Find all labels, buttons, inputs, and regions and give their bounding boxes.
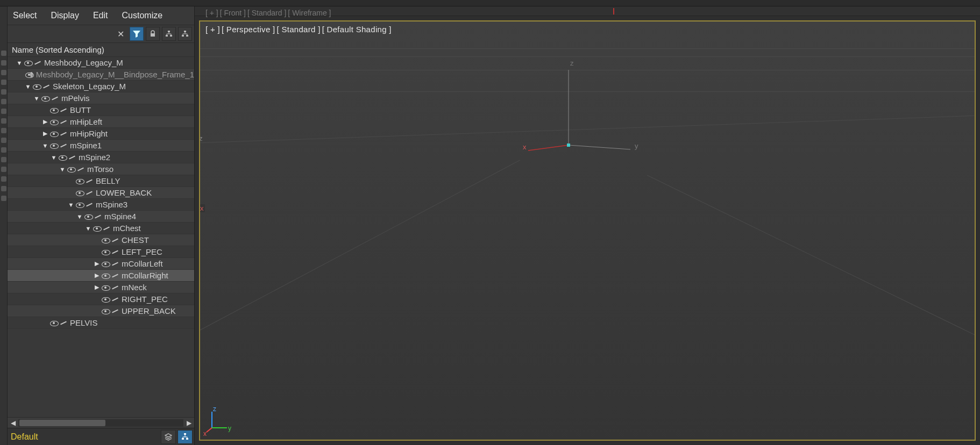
bone-icon xyxy=(59,106,68,114)
expand-chevron-icon[interactable]: ▶ xyxy=(42,130,48,137)
expand-chevron-icon[interactable]: ▶ xyxy=(94,284,100,291)
visibility-eye-icon[interactable] xyxy=(101,260,110,268)
viewport-render-label: [ Standard ] xyxy=(247,9,286,17)
tree-row-label: mHipRight xyxy=(70,129,108,138)
visibility-eye-icon[interactable] xyxy=(101,272,110,279)
tree-row[interactable]: ▶mHipLeft xyxy=(8,116,194,128)
tree-row[interactable]: ▶mCollarRight xyxy=(8,270,194,282)
tree-row[interactable]: RIGHT_PEC xyxy=(8,293,194,305)
tree-row[interactable]: ▼mChest xyxy=(8,223,194,234)
visibility-eye-icon[interactable] xyxy=(23,59,33,67)
expand-chevron-icon[interactable]: ▼ xyxy=(68,202,74,208)
visibility-eye-icon[interactable] xyxy=(40,95,50,102)
tree-row[interactable]: LOWER_BACK xyxy=(8,187,194,199)
tree-row[interactable]: ▼mSpine3 xyxy=(8,199,194,211)
svg-rect-2 xyxy=(166,35,168,37)
menu-select[interactable]: Select xyxy=(13,11,37,20)
close-button[interactable]: ✕ xyxy=(113,27,127,41)
visibility-eye-icon[interactable] xyxy=(75,189,84,197)
svg-rect-3 xyxy=(170,35,172,37)
scroll-thumb[interactable] xyxy=(19,420,105,426)
expand-chevron-icon[interactable]: ▼ xyxy=(59,166,66,173)
filter-button[interactable] xyxy=(130,27,144,41)
tree-row[interactable]: BUTT xyxy=(8,104,194,116)
visibility-eye-icon[interactable] xyxy=(101,307,110,315)
hierarchy-collapse-button[interactable] xyxy=(178,27,192,41)
expand-chevron-icon[interactable]: ▼ xyxy=(25,83,31,90)
viewport-shading-label[interactable]: [ Default Shading ] xyxy=(322,25,392,34)
viewport-view-label: [ Front ] xyxy=(220,9,246,17)
menu-customize[interactable]: Customize xyxy=(122,11,163,20)
scroll-left-arrow[interactable]: ◀ xyxy=(8,419,18,427)
layers-button[interactable] xyxy=(161,430,176,444)
hierarchy-icon xyxy=(181,433,189,441)
tree-header[interactable]: Name (Sorted Ascending) xyxy=(8,43,194,57)
tree-row[interactable]: Meshbody_Legacy_M__Bindpose_Frame_1 xyxy=(8,69,194,81)
visibility-eye-icon[interactable] xyxy=(92,225,102,232)
visibility-eye-icon[interactable] xyxy=(49,130,59,138)
time-marker[interactable] xyxy=(613,8,614,15)
visibility-eye-icon[interactable] xyxy=(24,71,29,78)
expand-chevron-icon[interactable]: ▼ xyxy=(51,154,57,161)
tree-row-label: PELVIS xyxy=(70,318,97,327)
expand-chevron-icon[interactable]: ▶ xyxy=(94,272,100,279)
visibility-eye-icon[interactable] xyxy=(49,142,59,149)
scene-tree[interactable]: ▼Meshbody_Legacy_MMeshbody_Legacy_M__Bin… xyxy=(8,57,194,417)
tree-row[interactable]: ▼mSpine2 xyxy=(8,152,194,163)
expand-chevron-icon[interactable]: ▼ xyxy=(33,95,40,102)
visibility-eye-icon[interactable] xyxy=(66,166,76,173)
bone-icon xyxy=(76,166,85,173)
tree-row-label: LEFT_PEC xyxy=(122,247,162,256)
visibility-eye-icon[interactable] xyxy=(32,83,41,90)
tree-row[interactable]: LEFT_PEC xyxy=(8,246,194,258)
menu-display[interactable]: Display xyxy=(51,11,79,20)
axis-z-label: z xyxy=(570,59,574,67)
lock-button[interactable] xyxy=(146,27,160,41)
expand-chevron-icon[interactable]: ▼ xyxy=(16,60,23,66)
expand-chevron-icon[interactable]: ▶ xyxy=(42,118,48,125)
visibility-eye-icon[interactable] xyxy=(101,296,110,303)
menu-edit[interactable]: Edit xyxy=(93,11,108,20)
visibility-eye-icon[interactable] xyxy=(101,236,110,244)
viewport-menu-plus[interactable]: [ + ] xyxy=(205,25,220,34)
visibility-eye-icon[interactable] xyxy=(75,201,84,209)
scroll-right-arrow[interactable]: ▶ xyxy=(183,419,194,427)
tree-row[interactable]: BELLY xyxy=(8,175,194,187)
bone-icon xyxy=(42,83,51,90)
scroll-track[interactable] xyxy=(18,419,183,427)
expand-chevron-icon[interactable]: ▼ xyxy=(76,213,83,220)
viewport-view-label[interactable]: [ Perspective ] xyxy=(222,25,275,34)
tree-row[interactable]: UPPER_BACK xyxy=(8,305,194,317)
visibility-eye-icon[interactable] xyxy=(58,154,67,161)
tree-row[interactable]: ▼mPelvis xyxy=(8,92,194,104)
viewport-render-label[interactable]: [ Standard ] xyxy=(276,25,320,34)
bone-icon xyxy=(111,260,119,268)
tree-row[interactable]: ▼mTorso xyxy=(8,163,194,175)
tree-row[interactable]: PELVIS xyxy=(8,317,194,329)
tree-row[interactable]: ▶mHipRight xyxy=(8,128,194,140)
hierarchy-expand-button[interactable] xyxy=(162,27,176,41)
horizontal-scrollbar[interactable]: ◀ ▶ xyxy=(8,417,194,428)
expand-chevron-icon[interactable]: ▶ xyxy=(94,260,100,267)
world-axis-gizmo xyxy=(517,54,652,156)
title-bar-strip xyxy=(0,0,980,6)
visibility-eye-icon[interactable] xyxy=(83,213,93,220)
tree-row[interactable]: ▼Meshbody_Legacy_M xyxy=(8,57,194,69)
tree-row[interactable]: ▼Skeleton_Legacy_M xyxy=(8,81,194,92)
tree-row[interactable]: CHEST xyxy=(8,234,194,246)
hierarchy-mode-button[interactable] xyxy=(177,430,193,444)
visibility-eye-icon[interactable] xyxy=(75,177,84,185)
visibility-eye-icon[interactable] xyxy=(49,106,59,114)
tree-row[interactable]: ▶mNeck xyxy=(8,282,194,293)
tree-row[interactable]: ▼mSpine4 xyxy=(8,211,194,223)
tree-row[interactable]: ▼mSpine1 xyxy=(8,140,194,152)
expand-chevron-icon[interactable]: ▼ xyxy=(85,225,91,232)
expand-chevron-icon[interactable]: ▼ xyxy=(42,142,48,149)
tree-row-label: mChest xyxy=(113,224,141,233)
visibility-eye-icon[interactable] xyxy=(49,319,59,327)
visibility-eye-icon[interactable] xyxy=(101,284,110,291)
viewport-canvas[interactable]: [ + ] [ Perspective ] [ Standard ] [ Def… xyxy=(199,20,976,441)
tree-row[interactable]: ▶mCollarLeft xyxy=(8,258,194,270)
visibility-eye-icon[interactable] xyxy=(49,118,59,126)
visibility-eye-icon[interactable] xyxy=(101,248,110,256)
